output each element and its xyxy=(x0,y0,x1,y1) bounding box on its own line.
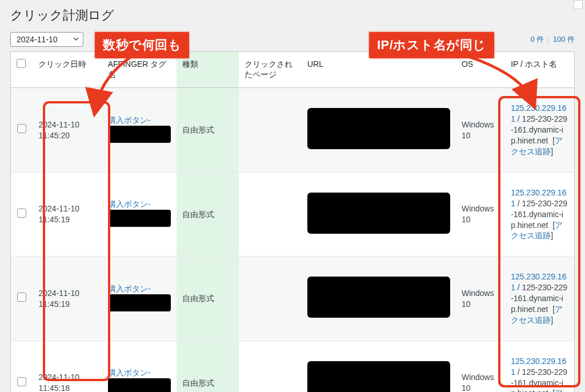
cell-os: Windows 10 xyxy=(456,172,505,256)
access-trace-link[interactable]: アクセス追跡 xyxy=(511,136,563,156)
col-tag-name[interactable]: AFFINGER タグ名 xyxy=(102,52,177,88)
page-title: クリック計測ログ xyxy=(10,7,575,24)
col-type[interactable]: 種類 xyxy=(177,52,239,88)
cell-clicked-page xyxy=(239,341,302,392)
col-os[interactable]: OS xyxy=(456,52,505,88)
tag-link[interactable]: 購入ボタン- xyxy=(108,199,151,209)
table-row: 2024-11-1011:45:19購入ボタン-自由形式Windows 1012… xyxy=(11,172,575,256)
redacted-url xyxy=(307,361,450,392)
cell-ip-host: 125.230.229.161 / 125-230-229-161.dynami… xyxy=(505,341,574,392)
col-clicked-page[interactable]: クリックされたページ xyxy=(239,52,302,88)
table-row: 2024-11-1011:45:20購入ボタン-自由形式Windows 1012… xyxy=(11,88,575,172)
table-header-row: クリック日時 AFFINGER タグ名 種類 クリックされたページ URL OS… xyxy=(11,52,575,88)
cell-type: 自由形式 xyxy=(177,88,239,172)
ip-link[interactable]: 125.230.229.161 xyxy=(511,357,566,377)
redacted-url xyxy=(307,277,450,318)
cell-clicked-page xyxy=(239,172,302,256)
table-row: 2024-11-1011:45:19購入ボタン-自由形式Windows 1012… xyxy=(11,257,575,341)
table-row: 2024-11-1011:45:18購入ボタン-自由形式Windows 1012… xyxy=(11,341,575,392)
ip-link[interactable]: 125.230.229.161 xyxy=(511,103,566,123)
cell-url xyxy=(302,341,456,392)
tag-link[interactable]: 購入ボタン- xyxy=(108,284,151,293)
cell-url xyxy=(302,88,456,172)
tag-link[interactable]: 購入ボタン- xyxy=(108,115,151,125)
cell-url xyxy=(302,257,456,341)
date-filter-value: 2024-11-10 xyxy=(17,35,58,44)
redacted-text xyxy=(108,378,171,392)
row-checkbox[interactable] xyxy=(17,209,26,218)
redacted-text xyxy=(108,210,171,227)
col-ip-host[interactable]: IP / ホスト名 xyxy=(505,52,574,88)
redacted-text xyxy=(108,126,171,143)
cell-type: 自由形式 xyxy=(177,172,239,256)
cell-click-at: 2024-11-1011:45:19 xyxy=(33,257,102,341)
row-checkbox[interactable] xyxy=(17,377,26,386)
chevron-down-icon xyxy=(73,35,79,44)
cell-ip-host: 125.230.229.161 / 125-230-229-161.dynami… xyxy=(505,172,574,256)
cell-type: 自由形式 xyxy=(177,341,239,392)
click-log-table: クリック日時 AFFINGER タグ名 種類 クリックされたページ URL OS… xyxy=(10,51,575,392)
ip-link[interactable]: 125.230.229.161 xyxy=(511,188,566,208)
cell-click-at: 2024-11-1011:45:18 xyxy=(33,341,102,392)
cell-tag-name: 購入ボタン- xyxy=(102,257,177,341)
access-trace-link[interactable]: アクセス追跡 xyxy=(511,389,563,392)
cell-type: 自由形式 xyxy=(177,257,239,341)
row-checkbox[interactable] xyxy=(17,124,26,133)
cell-click-at: 2024-11-1011:45:19 xyxy=(33,172,102,256)
redacted-url xyxy=(307,193,450,234)
cell-tag-name: 購入ボタン- xyxy=(102,341,177,392)
plugin-icon xyxy=(574,0,583,9)
cell-clicked-page xyxy=(239,257,302,341)
cell-ip-host: 125.230.229.161 / 125-230-229-161.dynami… xyxy=(505,257,574,341)
redacted-url xyxy=(307,108,450,149)
cell-os: Windows 10 xyxy=(456,257,505,341)
cell-url xyxy=(302,172,456,256)
cell-ip-host: 125.230.229.161 / 125-230-229-161.dynami… xyxy=(505,88,574,172)
cell-clicked-page xyxy=(239,88,302,172)
per-page-50-link[interactable]: 0 件 xyxy=(530,34,544,45)
separator: | xyxy=(547,35,549,44)
cell-os: Windows 10 xyxy=(456,88,505,172)
per-page-100-link[interactable]: 100 件 xyxy=(553,34,575,45)
date-filter-select[interactable]: 2024-11-10 xyxy=(10,32,83,47)
cell-tag-name: 購入ボタン- xyxy=(102,172,177,256)
col-url[interactable]: URL xyxy=(302,52,456,88)
cell-click-at: 2024-11-1011:45:20 xyxy=(33,88,102,172)
access-trace-link[interactable]: アクセス追跡 xyxy=(511,305,563,325)
redacted-text xyxy=(108,294,171,311)
select-all-checkbox[interactable] xyxy=(17,59,26,68)
per-page-links: 0 件 | 100 件 xyxy=(530,34,575,45)
cell-tag-name: 購入ボタン- xyxy=(102,88,177,172)
access-trace-link[interactable]: アクセス追跡 xyxy=(511,221,563,241)
ip-link[interactable]: 125.230.229.161 xyxy=(511,272,566,292)
cell-os: Windows 10 xyxy=(456,341,505,392)
row-checkbox[interactable] xyxy=(17,293,26,302)
tag-link[interactable]: 購入ボタン- xyxy=(108,368,151,377)
col-click-at[interactable]: クリック日時 xyxy=(33,52,102,88)
